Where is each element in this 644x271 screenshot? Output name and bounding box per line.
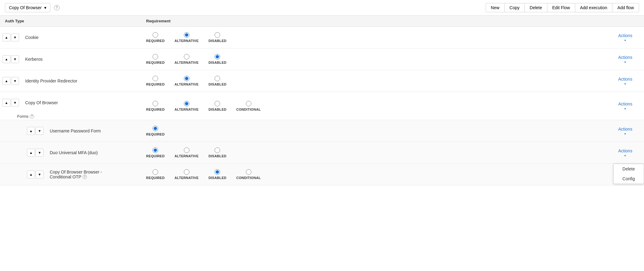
- required-radio[interactable]: [153, 147, 158, 153]
- context-menu-delete[interactable]: Delete: [614, 164, 644, 174]
- move-up-button[interactable]: ▲: [27, 127, 35, 135]
- required-radio[interactable]: [153, 169, 158, 175]
- requirement-cell: REQUIRED ALTERNATIVE DISABLED: [141, 30, 613, 45]
- move-down-button[interactable]: ▼: [11, 99, 19, 107]
- alternative-label: ALTERNATIVE: [174, 108, 199, 111]
- auth-type-label: Identity Provider Redirector: [21, 78, 81, 83]
- chevron-down-icon: ▾: [624, 60, 626, 64]
- alternative-radio[interactable]: [184, 76, 189, 81]
- auth-type-label: Copy Of Browser Browser -: [50, 170, 102, 174]
- auth-type-label: Copy Of Browser: [21, 100, 62, 105]
- alternative-radio[interactable]: [184, 101, 189, 106]
- auth-type-label: Username Password Form: [46, 128, 105, 133]
- move-up-button[interactable]: ▲: [2, 55, 10, 63]
- disabled-radio[interactable]: [215, 101, 220, 106]
- row-controls: ▲ ▼: [25, 149, 46, 157]
- context-menu-config[interactable]: Config: [614, 174, 644, 184]
- required-radio[interactable]: [153, 101, 158, 106]
- actions-button[interactable]: Actions ▾: [618, 55, 632, 64]
- otp-help-icon[interactable]: ?: [83, 175, 87, 179]
- requirement-cell: REQUIRED ALTERNATIVE DISABLED CONDITIONA…: [141, 167, 613, 182]
- edit-flow-button[interactable]: Edit Flow: [547, 3, 575, 12]
- req-alternative: ALTERNATIVE: [169, 30, 204, 45]
- disabled-radio[interactable]: [215, 147, 220, 153]
- req-required: REQUIRED: [141, 30, 169, 45]
- actions-label: Actions: [618, 127, 632, 132]
- required-label: REQUIRED: [146, 39, 165, 43]
- required-label: REQUIRED: [146, 61, 165, 64]
- move-up-button[interactable]: ▲: [2, 33, 10, 41]
- move-up-button[interactable]: ▲: [27, 170, 35, 178]
- auth-type-label: Cookie: [21, 35, 42, 40]
- move-up-button[interactable]: ▲: [27, 149, 35, 157]
- requirement-cell: REQUIRED: [141, 123, 613, 139]
- delete-button[interactable]: Delete: [525, 3, 547, 12]
- alternative-radio[interactable]: [184, 32, 189, 38]
- move-down-button[interactable]: ▼: [36, 170, 44, 178]
- req-required: REQUIRED: [141, 98, 169, 114]
- req-disabled: DISABLED: [204, 167, 231, 182]
- actions-cell: Actions ▾: [613, 27, 644, 48]
- auth-label-group: Copy Of Browser Browser - Conditional OT…: [46, 170, 106, 179]
- move-down-button[interactable]: ▼: [36, 127, 44, 135]
- required-radio[interactable]: [153, 126, 158, 131]
- table-row: ▲ ▼ Identity Provider Redirector REQUIRE…: [0, 70, 644, 92]
- auth-type-label: Duo Universal MFA (duo): [46, 150, 101, 155]
- actions-button[interactable]: Actions ▾: [618, 33, 632, 42]
- required-label: REQUIRED: [146, 154, 165, 158]
- alternative-radio[interactable]: [184, 169, 189, 175]
- actions-button[interactable]: Actions ▾: [618, 127, 632, 136]
- required-radio[interactable]: [153, 54, 158, 59]
- disabled-label: DISABLED: [208, 39, 227, 43]
- actions-button[interactable]: Actions ▾: [618, 148, 632, 157]
- alternative-label: ALTERNATIVE: [174, 82, 199, 86]
- move-up-button[interactable]: ▲: [2, 77, 10, 85]
- copy-button[interactable]: Copy: [504, 3, 525, 12]
- header-help-icon[interactable]: ?: [54, 5, 60, 10]
- disabled-radio[interactable]: [215, 32, 220, 38]
- row-main: ▲ ▼ Duo Universal MFA (duo): [0, 142, 141, 163]
- requirement-cell: REQUIRED ALTERNATIVE DISABLED: [141, 73, 613, 89]
- add-flow-button[interactable]: Add flow: [612, 3, 639, 12]
- required-radio[interactable]: [153, 76, 158, 81]
- requirement-cell: REQUIRED ALTERNATIVE DISABLED: [141, 52, 613, 67]
- add-execution-button[interactable]: Add execution: [575, 3, 613, 12]
- header-actions: New Copy Delete Edit Flow Add execution …: [486, 3, 639, 12]
- chevron-down-icon: ▾: [44, 5, 46, 10]
- conditional-radio[interactable]: [246, 169, 251, 175]
- col-auth-type: Auth Type: [0, 16, 141, 27]
- page-header: Copy Of Browser ▾ ? New Copy Delete Edit…: [0, 0, 644, 16]
- move-down-button[interactable]: ▼: [36, 149, 44, 157]
- alternative-radio[interactable]: [184, 147, 189, 153]
- conditional-radio[interactable]: [246, 101, 251, 106]
- requirement-cell: REQUIRED ALTERNATIVE DISABLED CONDITIONA…: [141, 98, 613, 114]
- req-conditional: CONDITIONAL: [231, 98, 266, 114]
- flow-dropdown[interactable]: Copy Of Browser ▾: [5, 3, 50, 12]
- actions-button[interactable]: Actions ▾: [618, 77, 632, 86]
- disabled-radio[interactable]: [215, 169, 220, 175]
- row-main: ▲ ▼ Username Password Form: [0, 120, 141, 142]
- chevron-down-icon: ▾: [624, 132, 626, 136]
- row-controls: ▲ ▼: [0, 33, 21, 41]
- required-radio[interactable]: [153, 32, 158, 38]
- req-alternative: ALTERNATIVE: [169, 167, 204, 182]
- move-down-button[interactable]: ▼: [11, 33, 19, 41]
- new-button[interactable]: New: [486, 3, 505, 12]
- req-disabled: DISABLED: [204, 73, 231, 89]
- req-disabled: DISABLED: [204, 52, 231, 67]
- actions-button[interactable]: Actions ▾: [618, 101, 632, 110]
- required-label: REQUIRED: [146, 132, 165, 136]
- move-down-button[interactable]: ▼: [11, 55, 19, 63]
- req-conditional: CONDITIONAL: [231, 167, 266, 182]
- move-down-button[interactable]: ▼: [11, 77, 19, 85]
- table-row: ▲ ▼ Cookie REQUIRED ALTERNATIVE: [0, 27, 644, 48]
- move-up-button[interactable]: ▲: [2, 99, 10, 107]
- row-main: ▲ ▼ Cookie: [0, 27, 141, 48]
- forms-help-icon[interactable]: ?: [30, 114, 34, 119]
- disabled-radio[interactable]: [215, 76, 220, 81]
- actions-cell: Actions ▾: [613, 92, 644, 120]
- auth-type-label: Kerberos: [21, 57, 46, 62]
- disabled-radio[interactable]: [215, 54, 220, 59]
- conditional-label: CONDITIONAL: [236, 176, 261, 180]
- alternative-radio[interactable]: [184, 54, 189, 59]
